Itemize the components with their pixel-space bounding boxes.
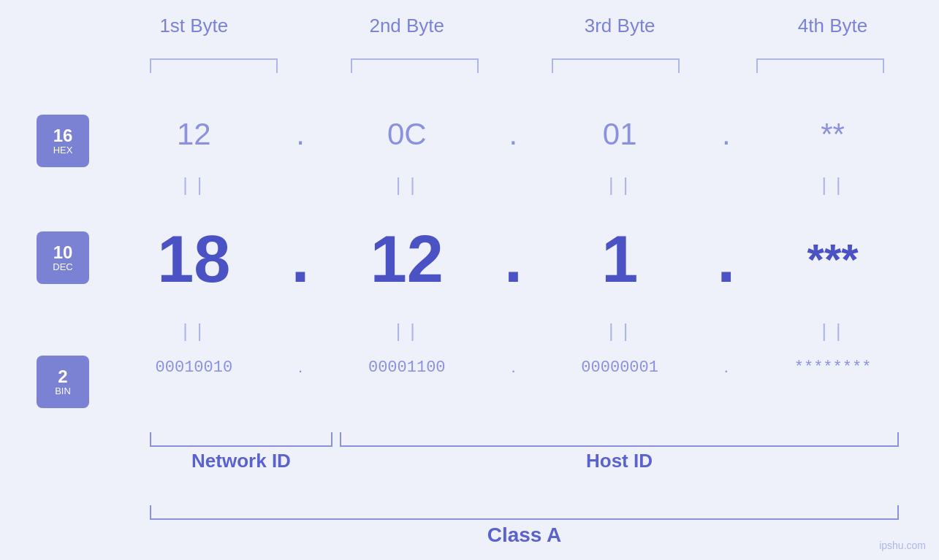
- bin-dot-1: .: [289, 358, 311, 377]
- label-class-a: Class A: [150, 523, 899, 547]
- bracket-byte-1: [150, 58, 278, 73]
- dec-dot-1: .: [289, 226, 311, 292]
- vconn-hd-3: ||: [547, 175, 693, 197]
- dec-b2: 12: [334, 226, 480, 292]
- vconn-db-2: ||: [334, 321, 480, 343]
- hex-dot-1: .: [289, 117, 311, 152]
- hex-dot-3: .: [715, 117, 737, 152]
- bin-b1: 00010010: [121, 358, 267, 377]
- vconn-hex-dec: || || || ||: [110, 175, 917, 197]
- dec-dot-2: .: [502, 226, 524, 292]
- vconn-hd-1: ||: [121, 175, 267, 197]
- bin-dot-2: .: [502, 358, 524, 377]
- vconn-hd-2: ||: [334, 175, 480, 197]
- dec-row: 18 . 12 . 1 . ***: [110, 226, 917, 292]
- bin-b2: 00001100: [334, 358, 480, 377]
- badge-dec-num: 10: [53, 243, 73, 262]
- dec-dot-3: .: [715, 226, 737, 292]
- dec-b1: 18: [121, 226, 267, 292]
- vconn-db-1: ||: [121, 321, 267, 343]
- badge-hex-num: 16: [53, 126, 73, 145]
- bin-dot-3: .: [715, 358, 737, 377]
- vconn-db-4: ||: [760, 321, 906, 343]
- badge-hex: 16 HEX: [37, 115, 89, 167]
- bracket-byte-2: [351, 58, 479, 73]
- dec-b3: 1: [547, 226, 693, 292]
- hex-b3: 01: [547, 117, 693, 152]
- watermark: ipshu.com: [879, 540, 926, 551]
- bin-b3: 00000001: [547, 358, 693, 377]
- bracket-class-a: [150, 505, 899, 520]
- bracket-byte-3: [552, 58, 680, 73]
- vconn-dec-bin: || || || ||: [110, 321, 917, 343]
- label-host-id: Host ID: [340, 450, 899, 472]
- hex-b2: 0C: [334, 117, 480, 152]
- header-byte-2: 2nd Byte: [334, 15, 480, 37]
- byte-headers: 1st Byte 2nd Byte 3rd Byte 4th Byte: [110, 15, 917, 37]
- dec-b4: ***: [760, 234, 906, 285]
- bracket-byte-4: [756, 58, 884, 73]
- badge-bin: 2 BIN: [37, 356, 89, 408]
- label-network-id: Network ID: [150, 450, 332, 472]
- hex-row: 12 . 0C . 01 . **: [110, 117, 917, 152]
- badge-bin-num: 2: [58, 367, 67, 386]
- bracket-host-id: [340, 432, 899, 447]
- header-byte-3: 3rd Byte: [547, 15, 693, 37]
- hex-b4: **: [760, 117, 906, 152]
- badge-bin-label: BIN: [55, 386, 71, 396]
- header-byte-4: 4th Byte: [760, 15, 906, 37]
- bin-row: 00010010 . 00001100 . 00000001 . *******…: [110, 358, 917, 377]
- vconn-hd-4: ||: [760, 175, 906, 197]
- bracket-network-id: [150, 432, 332, 447]
- hex-dot-2: .: [502, 117, 524, 152]
- bin-b4: ********: [760, 358, 906, 377]
- hex-b1: 12: [121, 117, 267, 152]
- vconn-db-3: ||: [547, 321, 693, 343]
- badge-dec-label: DEC: [53, 262, 72, 272]
- badge-dec: 10 DEC: [37, 231, 89, 284]
- header-byte-1: 1st Byte: [121, 15, 267, 37]
- main-container: 1st Byte 2nd Byte 3rd Byte 4th Byte 16 H…: [0, 0, 939, 560]
- badge-hex-label: HEX: [53, 145, 73, 156]
